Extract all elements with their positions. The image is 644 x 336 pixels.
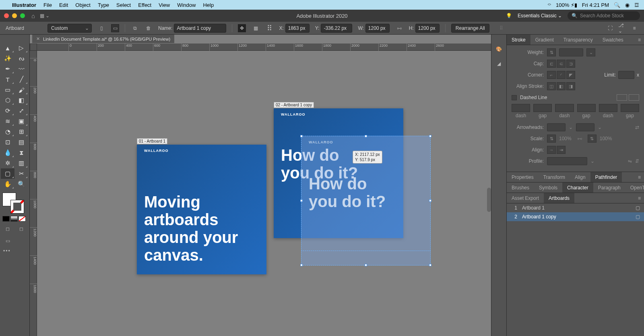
cb-h-input[interactable]: 1200 px <box>415 24 440 33</box>
eyedropper-tool[interactable]: 💧 <box>1 147 14 158</box>
search-stock-input[interactable]: 🔍 Search Adobe Stock <box>568 11 640 20</box>
dash-preserve-icon[interactable] <box>617 94 627 101</box>
dash-input-1[interactable] <box>512 104 530 112</box>
dash-align-icon[interactable] <box>629 94 639 101</box>
line-tool[interactable]: ╱ <box>14 74 28 85</box>
align-dropdown-icon[interactable]: ⎇ ⌄ <box>618 24 626 32</box>
menu-type[interactable]: Type <box>98 2 109 8</box>
edit-toolbar-icon[interactable]: ••• <box>1 246 29 256</box>
wifi-icon[interactable]: ⌔ <box>548 2 551 8</box>
rotate-tool[interactable]: ⟳ <box>1 106 14 116</box>
tab-pathfinder[interactable]: Pathfinder <box>590 172 622 182</box>
fill-stroke-swatches[interactable] <box>1 193 28 214</box>
zoom-tool[interactable]: 🔍 <box>14 179 28 189</box>
menu-file[interactable]: File <box>43 2 52 8</box>
shaper-tool[interactable]: ⬡ <box>1 95 14 106</box>
menu-effect[interactable]: Effect <box>138 2 151 8</box>
profile-input[interactable] <box>547 157 587 165</box>
rearrange-all-button[interactable]: Rearrange All <box>451 24 489 33</box>
handle-left[interactable] <box>300 199 303 202</box>
stroke-weight-input[interactable] <box>559 48 583 56</box>
arrowhead-start-input[interactable] <box>547 123 566 131</box>
weight-dropdown[interactable]: ⌄ <box>586 48 595 56</box>
width-tool[interactable]: ≋ <box>1 116 14 127</box>
arrowhead-end-input[interactable] <box>576 123 594 131</box>
tab-asset-export[interactable]: Asset Export <box>507 193 544 203</box>
document-tab[interactable]: ✕ LinkedIn Document Template.ai* @ 16.67… <box>32 35 174 43</box>
arrow-place-icon[interactable]: ⇥ <box>557 146 566 154</box>
dash-input-2[interactable] <box>555 104 574 112</box>
handle-bottom-right[interactable] <box>429 264 431 266</box>
portrait-icon[interactable]: ▯ <box>97 24 105 32</box>
doc-layout-switcher[interactable]: ▦ ⌄ <box>40 13 50 19</box>
artboard-options-icon[interactable]: ⠿ <box>497 24 506 32</box>
handle-top[interactable] <box>365 135 367 137</box>
siri-icon[interactable]: ◉ <box>625 2 630 8</box>
home-icon[interactable]: ⌂ <box>31 12 35 19</box>
tab-paragraph[interactable]: Paragraph <box>593 183 625 193</box>
expand-icon[interactable]: ⛶ <box>606 24 614 32</box>
tab-align[interactable]: Align <box>570 172 590 182</box>
corner-miter-icon[interactable]: ⌐ <box>547 71 556 79</box>
align-inside-icon[interactable]: ◧ <box>557 82 566 90</box>
tab-artboards[interactable]: Artboards <box>544 193 574 203</box>
dashed-line-checkbox[interactable] <box>512 95 517 100</box>
reference-point-icon[interactable]: ▦ <box>252 24 260 32</box>
swap-arrowheads-icon[interactable]: ⇄ <box>635 124 639 130</box>
close-tab-icon[interactable]: ✕ <box>36 36 40 41</box>
scale-end-stepper[interactable]: ⇅ <box>588 135 597 143</box>
artboard-options-icon[interactable]: ▢ <box>636 205 640 211</box>
menu-list-icon[interactable]: ☲ <box>634 2 639 8</box>
gap-input-1[interactable] <box>533 104 552 112</box>
artboard-row-2[interactable]: 2 Artboard 1 copy ▢ <box>507 212 644 221</box>
registration-point-icon[interactable]: ⠿ <box>265 24 273 32</box>
mesh-tool[interactable]: ⊡ <box>1 137 14 147</box>
cap-butt-icon[interactable]: ⊏ <box>547 60 556 68</box>
link-scale-icon[interactable]: ⧟ <box>577 136 582 141</box>
dash-input-3[interactable] <box>599 104 617 112</box>
align-outside-icon[interactable]: ◨ <box>566 82 575 90</box>
scrollbar-vertical[interactable] <box>487 188 491 212</box>
cb-x-input[interactable]: 1863 px <box>285 24 310 33</box>
tab-transform[interactable]: Transform <box>539 172 570 182</box>
handle-bottom-left[interactable] <box>300 264 303 266</box>
magic-wand-tool[interactable]: ✨ <box>1 53 14 64</box>
lasso-tool[interactable]: ᔓ <box>14 53 28 64</box>
flip-across-icon[interactable]: ⇵ <box>635 158 639 164</box>
artboard-tool[interactable]: ▢ <box>1 168 14 179</box>
curvature-tool[interactable]: 〰 <box>14 64 28 74</box>
perspective-grid-tool[interactable]: ⊞ <box>14 127 28 137</box>
stroke-limit-input[interactable] <box>618 71 634 79</box>
lightbulb-icon[interactable]: 💡 <box>506 13 512 19</box>
link-wh-icon[interactable]: ⧟ <box>395 24 403 32</box>
paintbrush-tool[interactable]: 🖌 <box>14 85 28 95</box>
gap-input-2[interactable] <box>577 104 596 112</box>
hand-tool[interactable]: ✋ <box>1 179 14 189</box>
handle-top-right[interactable] <box>429 135 431 137</box>
ruler-vertical[interactable]: 0 200 400 600 800 1000 1200 1400 1600 <box>30 51 37 336</box>
gradient-tool[interactable]: ▤ <box>14 137 28 147</box>
minimize-window-button[interactable] <box>12 13 17 18</box>
screen-mode-icon[interactable]: ▭ <box>1 236 14 246</box>
menu-help[interactable]: Help <box>203 2 214 8</box>
artboard-options-icon-2[interactable]: ▢ <box>636 214 640 220</box>
flip-along-icon[interactable]: ⇋ <box>628 158 632 164</box>
tab-brushes[interactable]: Brushes <box>507 183 534 193</box>
move-copy-icon[interactable]: ✥ <box>238 24 246 32</box>
color-guide-icon[interactable]: ◢ <box>494 59 504 68</box>
type-tool[interactable]: T <box>1 74 14 85</box>
handle-right[interactable] <box>429 199 431 202</box>
tab-swatches[interactable]: Swatches <box>598 35 628 45</box>
menu-select[interactable]: Select <box>116 2 131 8</box>
tab-symbols[interactable]: Symbols <box>534 183 562 193</box>
eraser-tool[interactable]: ◧ <box>14 95 28 106</box>
draw-normal-icon[interactable]: ◻ <box>1 224 14 234</box>
gap-input-3[interactable] <box>621 104 639 112</box>
align-center-icon[interactable]: ◫ <box>547 82 556 90</box>
cb-y-input[interactable]: -336.22 px <box>321 24 352 33</box>
tab-gradient[interactable]: Gradient <box>530 35 559 45</box>
menubar-app[interactable]: Illustrator <box>12 2 36 8</box>
tab-opentype[interactable]: OpenType <box>625 183 644 193</box>
color-mode-icon[interactable] <box>2 216 10 222</box>
landscape-icon[interactable]: ▭ <box>111 24 119 32</box>
